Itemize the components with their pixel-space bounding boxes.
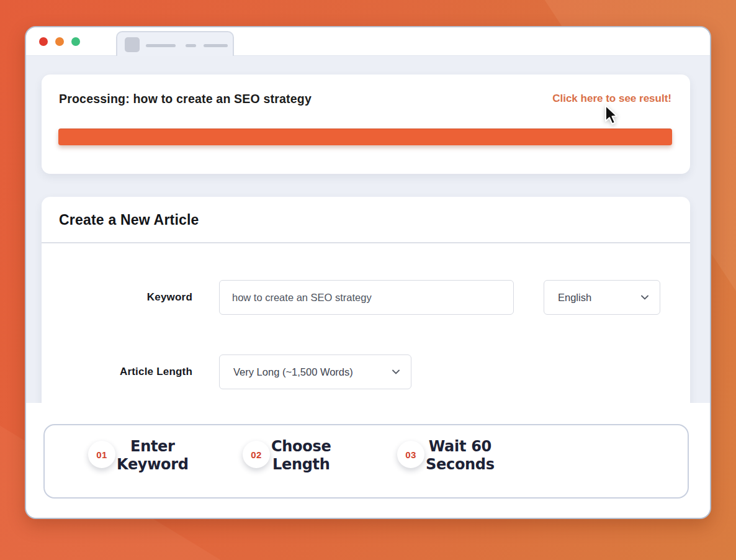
progress-bar <box>58 129 672 145</box>
step-title: Choose Length <box>271 438 331 474</box>
processing-card: Processing: how to create an SEO strateg… <box>42 75 690 174</box>
chevron-down-icon <box>641 295 648 300</box>
mouse-cursor-icon <box>602 104 619 127</box>
steps-section: 01 Enter Keyword 02 Choose Length 03 Wai… <box>26 403 710 518</box>
browser-window: Processing: how to create an SEO strateg… <box>25 26 711 519</box>
create-article-card: Create a New Article Keyword English Art… <box>42 197 690 414</box>
zoom-window-button[interactable] <box>71 37 80 46</box>
chevron-down-icon <box>392 369 400 374</box>
step-number-badge: 03 <box>397 441 424 468</box>
browser-chrome <box>26 27 710 56</box>
article-length-select[interactable]: Very Long (~1,500 Words) <box>219 355 411 389</box>
tab-title-placeholder <box>204 44 228 47</box>
keyword-row: Keyword English <box>42 280 690 315</box>
card-divider <box>42 242 690 243</box>
step-enter-keyword: 01 Enter Keyword <box>88 425 243 497</box>
steps-card: 01 Enter Keyword 02 Choose Length 03 Wai… <box>43 424 689 499</box>
step-title: Enter Keyword <box>117 438 189 474</box>
language-select[interactable]: English <box>544 280 660 315</box>
tab-favicon-icon <box>125 37 140 52</box>
minimize-window-button[interactable] <box>55 37 64 46</box>
keyword-label: Keyword <box>42 291 192 304</box>
tab-title-placeholder <box>146 44 176 47</box>
tab-title-placeholder <box>186 44 196 47</box>
language-selected-value: English <box>558 292 591 304</box>
processing-title: Processing: how to create an SEO strateg… <box>59 92 312 106</box>
step-choose-length: 02 Choose Length <box>243 425 397 497</box>
article-length-row: Article Length Very Long (~1,500 Words) <box>42 355 690 389</box>
create-article-title: Create a New Article <box>59 212 199 228</box>
article-length-selected-value: Very Long (~1,500 Words) <box>233 366 353 378</box>
step-number-badge: 01 <box>88 441 115 468</box>
progress-bar-fill <box>58 129 672 145</box>
keyword-input[interactable] <box>219 280 514 315</box>
step-number-badge: 02 <box>243 441 270 468</box>
browser-tab[interactable] <box>116 31 234 56</box>
step-title: Wait 60 Seconds <box>426 438 495 474</box>
see-result-link[interactable]: Click here to see result! <box>552 93 671 105</box>
article-length-label: Article Length <box>42 366 192 378</box>
step-wait-60-seconds: 03 Wait 60 Seconds <box>397 425 552 497</box>
close-window-button[interactable] <box>39 37 48 46</box>
